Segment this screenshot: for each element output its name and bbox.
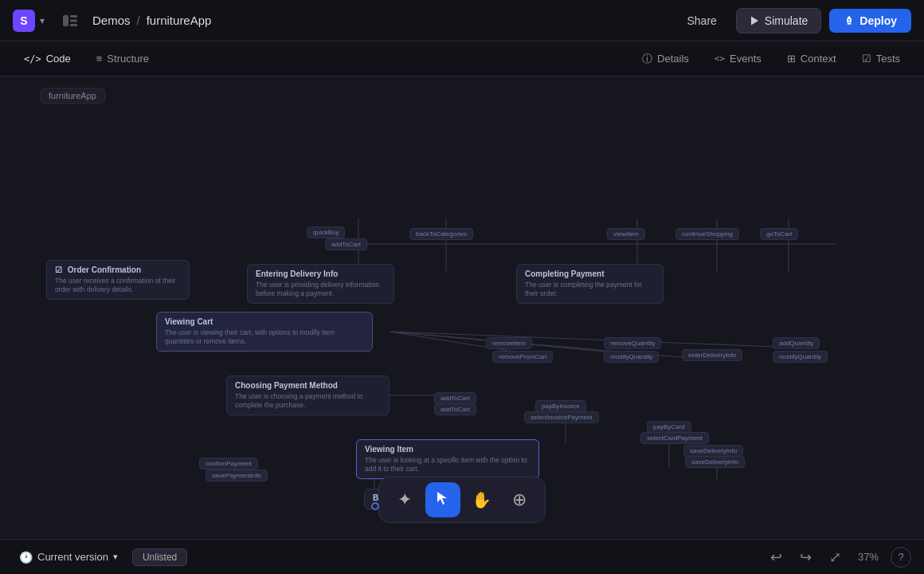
- tab-right: ⓘ Details <> Events ⊞ Context ☑ Tests: [631, 47, 911, 71]
- undo-button[interactable]: ↩: [765, 545, 787, 569]
- conn-add-to-cart-3: addToCart: [434, 403, 476, 415]
- zoom-level: 37%: [854, 551, 883, 563]
- tab-events[interactable]: <> Events: [703, 48, 773, 69]
- canvas-area[interactable]: furnitureApp quickBuy addToCart backToCa…: [0, 77, 924, 539]
- svg-rect-0: [63, 15, 69, 26]
- conn-back-to-categories: backToCategories: [409, 228, 473, 240]
- node-entering-delivery[interactable]: Entering Delivery Info The user is provi…: [247, 264, 394, 304]
- pan-tool-button[interactable]: ✋: [464, 482, 499, 517]
- redo-icon: ↪: [800, 549, 812, 565]
- node-viewing-cart[interactable]: Viewing Cart The user is viewing their c…: [156, 312, 373, 352]
- fullscreen-icon: ⤢: [829, 549, 841, 565]
- node-icon-order: ☑: [55, 265, 62, 274]
- node-desc-order: The user receives a confirmation of thei…: [55, 277, 181, 294]
- svg-point-4: [848, 19, 850, 21]
- events-icon: <>: [715, 53, 725, 64]
- breadcrumb-separator: /: [137, 14, 140, 27]
- tab-bar: </> Code ≡ Structure ⓘ Details <> Events…: [0, 41, 924, 77]
- tab-structure[interactable]: ≡ Structure: [85, 48, 160, 69]
- deploy-button[interactable]: Deploy: [829, 9, 911, 33]
- tab-tests[interactable]: ☑ Tests: [851, 48, 911, 69]
- node-order-confirmation[interactable]: ☑ Order Confirmation The user receives a…: [46, 260, 190, 300]
- top-bar-right: Share Simulate Deploy: [675, 8, 911, 33]
- breadcrumb: Demos / furnitureApp: [92, 14, 211, 27]
- conn-quick-buy: quickBuy: [307, 226, 345, 238]
- svg-line-14: [390, 332, 797, 348]
- sparkle-icon: ✦: [397, 489, 412, 510]
- node-choosing-payment[interactable]: Choosing Payment Method The user is choo…: [226, 375, 390, 415]
- conn-save-delivery-info-2: saveDeliveryInfo: [685, 456, 745, 468]
- svg-rect-3: [70, 24, 77, 26]
- tab-code[interactable]: </> Code: [13, 48, 82, 69]
- svg-rect-1: [70, 15, 77, 18]
- share-button[interactable]: Share: [675, 10, 727, 32]
- conn-modify-quantity-1: modifyQuantity: [604, 351, 659, 363]
- conn-remove-from-cart: removeFromCart: [492, 351, 553, 363]
- version-button[interactable]: 🕐 Current version ▾: [13, 548, 124, 567]
- fullscreen-button[interactable]: ⤢: [824, 545, 846, 569]
- conn-save-delivery-info: saveDeliveryInfo: [683, 445, 743, 457]
- tab-context[interactable]: ⊞ Context: [776, 48, 848, 69]
- conn-select-card-payment: selectCardPayment: [640, 432, 709, 444]
- hand-icon: ✋: [472, 490, 491, 509]
- details-icon: ⓘ: [642, 52, 652, 66]
- conn-confirm-payment: confirmPayment: [199, 458, 258, 470]
- node-viewing-item[interactable]: Viewing Item The user is looking at a sp…: [356, 439, 539, 479]
- bottom-right: ↩ ↪ ⤢ 37% ?: [765, 545, 911, 569]
- conn-save-payment-info: savePaymentInfo: [206, 470, 268, 482]
- conn-view-item: viewItem: [607, 228, 645, 240]
- conn-remove-item: removeItem: [486, 337, 532, 349]
- add-tool-button[interactable]: ⊕: [502, 482, 537, 517]
- logo-icon: S: [13, 10, 35, 32]
- logo-area[interactable]: S ▾: [13, 10, 45, 32]
- redo-button[interactable]: ↪: [795, 545, 816, 569]
- code-icon: </>: [24, 53, 41, 65]
- svg-rect-2: [70, 19, 77, 22]
- node-completing-payment[interactable]: Completing Payment The user is completin…: [516, 264, 664, 304]
- conn-pay-by-card: payByCard: [647, 421, 691, 433]
- toolbar: ✦ ✋ ⊕: [378, 477, 546, 523]
- cursor-icon: [436, 490, 450, 510]
- conn-modify-quantity-2: modifyQuantity: [773, 351, 828, 363]
- version-label: Current version: [37, 551, 108, 563]
- breadcrumb-parent[interactable]: Demos: [92, 14, 131, 27]
- node-desc-item: The user is looking at a specific item w…: [365, 456, 531, 474]
- plus-icon: ⊕: [512, 489, 527, 510]
- node-desc-delivery: The user is providing delivery informati…: [256, 281, 386, 298]
- help-icon: ?: [898, 551, 903, 563]
- select-tool-button[interactable]: [425, 482, 460, 517]
- conn-add-to-cart-1: addToCart: [325, 238, 367, 250]
- conn-add-to-cart-2: addToCart: [434, 392, 476, 404]
- node-connector-dot: [371, 502, 379, 510]
- tests-icon: ☑: [862, 53, 871, 65]
- play-icon: [750, 15, 760, 26]
- bottom-bar: 🕐 Current version ▾ Unlisted ↩ ↪ ⤢ 37% ?: [0, 539, 924, 574]
- conn-enter-delivery-info: enterDeliveryInfo: [682, 349, 742, 361]
- breadcrumb-child[interactable]: furnitureApp: [147, 14, 212, 27]
- node-desc-cart: The user is viewing their cart, with opt…: [165, 328, 364, 346]
- context-icon: ⊞: [787, 53, 796, 65]
- node-desc-payment: The user is completing the payment for t…: [525, 281, 655, 298]
- sidebar-toggle-button[interactable]: [57, 8, 83, 33]
- chevron-down-icon: ▾: [40, 15, 45, 26]
- rocket-icon: [844, 15, 855, 26]
- conn-select-invoice-payment: selectInvoicePayment: [524, 411, 599, 423]
- conn-remove-quantity: removeQuantity: [604, 337, 661, 349]
- top-bar: S ▾ Demos / furnitureApp Share Simulate: [0, 0, 924, 41]
- node-desc-choosing: The user is choosing a payment method to…: [235, 392, 381, 410]
- tab-details[interactable]: ⓘ Details: [631, 47, 700, 71]
- structure-icon: ≡: [96, 53, 103, 65]
- canvas-app-label: furnitureApp: [40, 88, 105, 104]
- conn-continue-shopping: continueShopping: [675, 228, 739, 240]
- conn-go-to-cart: goToCart: [760, 228, 798, 240]
- conn-pay-by-invoice: payByInvoice: [535, 400, 586, 412]
- unlisted-badge[interactable]: Unlisted: [132, 548, 187, 566]
- simulate-button[interactable]: Simulate: [736, 8, 821, 33]
- undo-icon: ↩: [770, 549, 782, 565]
- version-chevron-icon: ▾: [113, 552, 118, 562]
- conn-add-quantity: addQuantity: [773, 337, 820, 349]
- sparkle-tool-button[interactable]: ✦: [387, 482, 422, 517]
- help-button[interactable]: ?: [891, 547, 911, 568]
- clock-icon: 🕐: [19, 551, 33, 564]
